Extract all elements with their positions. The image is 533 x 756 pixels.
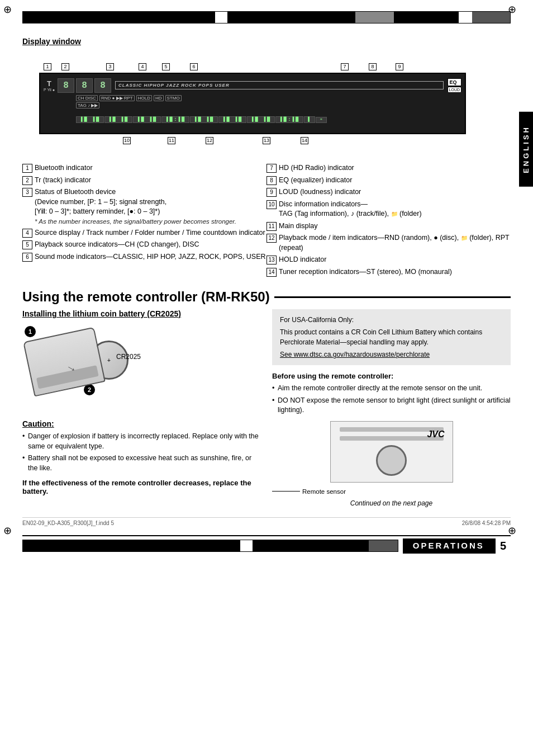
section-title-line — [274, 296, 511, 298]
display-row3: ▐▐▌ ▐▐▌ ▐▐▌ ▐▐▌ ▐▐▌ ▐▐▌ ▐▐▌:▐▐▌ ▐▐▌ ▐▐▌ … — [76, 110, 461, 129]
indicator-10: 10 Disc information indicators— TAG (Tag… — [266, 199, 511, 220]
bottom-num-labels: 10 11 12 13 14 — [39, 136, 511, 145]
seg-group-5: ▐▐▌ ▐▐▌ — [190, 116, 218, 123]
seg-block-3: 8 — [94, 78, 111, 93]
reg-mark-bottom-left: ⊕ — [3, 525, 12, 537]
top-bar-black1 — [23, 12, 214, 23]
coin-battery-plus: + — [107, 357, 111, 363]
seg-group-4: ▐▐▌:▐▐▌ — [161, 116, 189, 123]
continued-text: Continued on the next page — [272, 499, 511, 507]
bottom-info-bar: EN02-09_KD-A305_R300[J]_f.indd 5 26/8/08… — [22, 517, 511, 528]
bot-bar-g — [369, 540, 398, 551]
page-number: 5 — [494, 538, 511, 554]
indicator-13: 13 HOLD indicator — [266, 254, 511, 266]
remote-section-title: Using the remote controller (RM-RK50) — [22, 289, 511, 305]
indicator-7: 7 HD (HD Radio) indicator — [266, 162, 511, 174]
seg-group-9: ▌ — [304, 116, 315, 123]
bottom-footer-bar: OPERATIONS 5 — [22, 535, 511, 554]
remote-sensor-row: Remote sensor — [272, 488, 511, 495]
num-label-3: 3 — [106, 63, 114, 70]
loud-badge: LOUD — [448, 87, 461, 93]
display-box-inner: T P Yil ● 8 8 8 CLASSIC HIPHOP JAZZ ROCK… — [40, 74, 465, 133]
top-bar-black3 — [394, 12, 458, 23]
operations-label: OPERATIONS — [403, 538, 494, 554]
seg-group-3: ▐▐▌ ▐▐▌ — [133, 116, 161, 123]
top-bar-gray — [355, 12, 393, 23]
stmo-badge: STMO — [165, 95, 182, 101]
california-text: This product contains a CR Coin Cell Lit… — [280, 327, 503, 347]
seg-group-8: ▐▐▌:▐▐▌ — [275, 116, 303, 123]
num-label-10: 10 — [123, 136, 131, 144]
english-language-tab: ENGLISH — [519, 112, 533, 187]
top-bar-white2 — [458, 12, 472, 23]
eq-loud-badges: EQ LOUD — [448, 78, 461, 93]
display-row1: T P Yil ● 8 8 8 CLASSIC HIPHOP JAZZ ROCK… — [44, 78, 461, 93]
bot-bar-b1 — [23, 540, 239, 551]
num-label-11: 11 — [168, 136, 175, 144]
indicator-8: 8 EQ (equalizer) indicator — [266, 174, 511, 187]
eq-badge: EQ — [448, 78, 461, 86]
remote-two-col: Installing the lithium coin battery (CR2… — [22, 309, 511, 507]
num-label-13: 13 — [263, 136, 270, 144]
remote-illustration: JVC — [330, 421, 453, 483]
california-heading: For USA-California Only: — [280, 315, 503, 325]
indicator-2: 2 Tr (track) indicator — [22, 174, 266, 187]
california-box: For USA-California Only: This product co… — [272, 309, 511, 365]
top-num-labels: 1 2 3 4 5 6 7 8 9 — [39, 63, 511, 72]
display-row2: CH DISC RND ● ▶▶ RPT HOLD HD STMO — [76, 94, 461, 103]
battery-section-title: Installing the lithium coin battery (CR2… — [22, 309, 261, 318]
bot-bar-w — [239, 540, 254, 551]
num-label-2: 2 — [61, 63, 69, 70]
ch-disc-badge: CH DISC — [76, 95, 98, 101]
file-info-left: EN02-09_KD-A305_R300[J]_f.indd 5 — [22, 520, 114, 526]
rnd-rpt-badge: RND ● ▶▶ RPT — [99, 95, 135, 101]
caution-title: Caution: — [22, 419, 261, 428]
info-col: For USA-California Only: This product co… — [272, 309, 511, 507]
hd-badge: HD — [154, 95, 164, 101]
seg-block-1: 8 — [58, 78, 74, 93]
bot-bar-b2 — [254, 540, 369, 551]
indicators-left-col: 1 Bluetooth indicator 2 Tr (track) indic… — [22, 162, 266, 278]
reg-mark-top-right: ⊕ — [508, 3, 516, 16]
battery-illustration: + CR2025 1 3 2 — [22, 324, 145, 410]
top-decoration-bar — [22, 11, 511, 23]
step1-circle: 1 — [25, 326, 36, 337]
seg-group-7: ▐▐▌ ▐▐▌ — [247, 116, 275, 123]
caution-bullets: Danger of explosion if battery is incorr… — [22, 432, 261, 473]
indicator-9: 9 LOUD (loudness) indicator — [266, 186, 511, 199]
remote-circle-button — [376, 445, 407, 476]
seg-group-2: ▐▐▌ ▐▐▌ — [104, 116, 132, 123]
num-label-9: 9 — [396, 63, 403, 70]
seg-group-6: ▐▐▌ ▐▐▌ — [218, 116, 246, 123]
indicator-4: 4 Source display / Track number / Folder… — [22, 227, 266, 239]
indicators-grid: 1 Bluetooth indicator 2 Tr (track) indic… — [22, 162, 511, 278]
num-label-4: 4 — [139, 63, 146, 70]
battery-col: Installing the lithium coin battery (CR2… — [22, 309, 261, 507]
indicator-5: 5 Playback source indicators—CH (CD chan… — [22, 239, 266, 251]
spacer2 — [22, 415, 261, 419]
sensor-line — [272, 491, 300, 492]
indicator-3-note: * As the number increases, the signal/ba… — [35, 218, 266, 225]
caution-bullet-1: Danger of explosion if battery is incorr… — [22, 432, 261, 451]
bt-track-area: T P Yil ● — [44, 79, 55, 92]
california-link[interactable]: See www.dtsc.ca.gov/hazardouswaste/perch… — [280, 349, 503, 360]
display-box: T P Yil ● 8 8 8 CLASSIC HIPHOP JAZZ ROCK… — [39, 73, 466, 134]
num-label-1: 1 — [44, 63, 51, 70]
remote-sensor-label: Remote sensor — [302, 488, 346, 495]
indicator-3: 3 Status of Bluetooth device (Device num… — [22, 186, 266, 218]
seg-group-10: " — [316, 117, 327, 123]
before-using-bullet-2: DO NOT expose the remote sensor to brigh… — [272, 396, 511, 415]
display-diagram-wrapper: 1 2 3 4 5 6 7 8 9 T P Yil ● — [22, 63, 511, 145]
num-label-12: 12 — [206, 136, 213, 144]
hold-badge: HOLD — [136, 95, 152, 101]
before-using-bullet-1: Aim the remote controller directly at th… — [272, 384, 511, 394]
before-using-bullets: Aim the remote controller directly at th… — [272, 384, 511, 415]
eq-strip: CLASSIC HIPHOP JAZZ ROCK POPS USER — [115, 81, 443, 89]
indicator-11: 11 Main display — [266, 220, 511, 233]
top-bar-white — [214, 12, 229, 23]
indicator-6: 6 Sound mode indicators—CLASSIC, HIP HOP… — [22, 251, 266, 263]
reg-mark-top-left: ⊕ — [3, 3, 12, 16]
bold-warning: If the effectiveness of the remote contr… — [22, 479, 261, 495]
jvc-brand-label: JVC — [427, 429, 444, 440]
before-using-title: Before using the remote controller: — [272, 372, 511, 380]
